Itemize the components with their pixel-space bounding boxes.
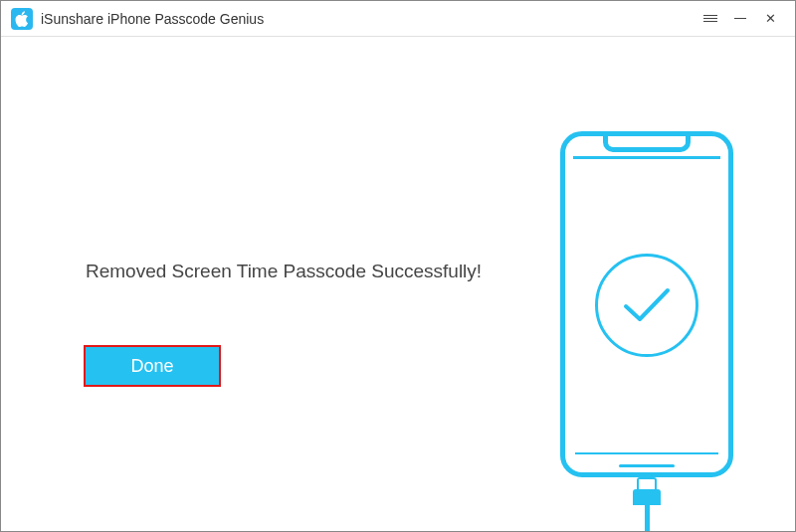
phone-screen-top-line [573,156,720,159]
success-message: Removed Screen Time Passcode Successfull… [86,261,482,282]
app-logo-icon [11,8,33,30]
cable-icon [632,477,662,532]
done-button[interactable]: Done [86,347,219,385]
app-title: iSunshare iPhone Passcode Genius [41,11,264,27]
phone-notch-icon [603,136,691,152]
phone-outline-icon [560,131,733,477]
close-icon[interactable] [755,4,785,34]
titlebar: iSunshare iPhone Passcode Genius [1,1,795,37]
menu-icon[interactable] [696,4,725,34]
phone-screen-bottom-line [575,452,718,455]
window-controls [696,4,785,34]
phone-home-indicator [619,464,675,467]
checkmark-circle-icon [595,254,698,357]
main-content: Removed Screen Time Passcode Successfull… [1,37,795,531]
phone-illustration [560,131,733,477]
minimize-icon[interactable] [725,4,755,34]
